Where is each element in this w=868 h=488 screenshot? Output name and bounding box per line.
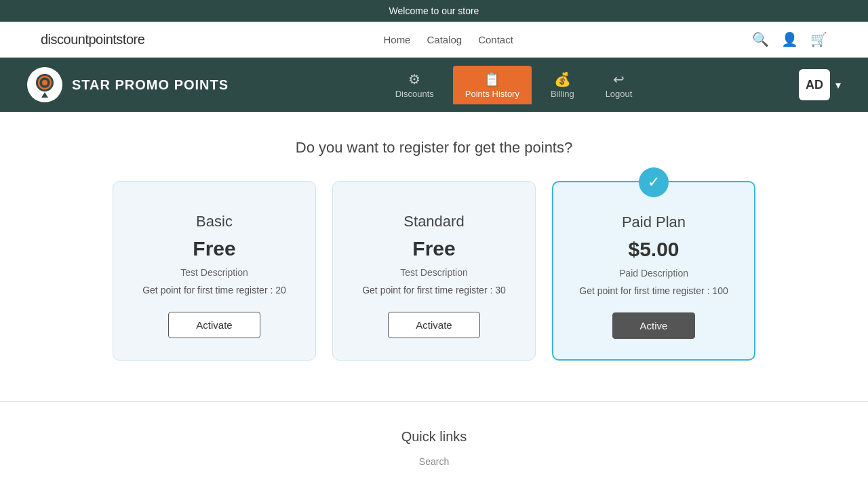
- chevron-down-icon[interactable]: ▾: [835, 79, 841, 92]
- nav-discounts-label: Discounts: [395, 89, 434, 99]
- activate-button-standard[interactable]: Activate: [388, 312, 479, 338]
- plan-name-basic: Basic: [196, 213, 233, 230]
- plan-price-paid: $5.00: [628, 238, 679, 261]
- nav-contact[interactable]: Contact: [478, 34, 513, 45]
- plan-card-paid: ✓ Paid Plan $5.00 Paid Description Get p…: [552, 181, 755, 361]
- app-bar: STAR PROMO POINTS ⚙ Discounts 📋 Points H…: [0, 58, 868, 112]
- search-icon[interactable]: 🔍: [752, 31, 769, 47]
- plan-points-basic: Get point for first time register : 20: [142, 285, 286, 296]
- search-link[interactable]: Search: [419, 456, 449, 467]
- billing-icon: 💰: [554, 71, 571, 87]
- plans-grid: Basic Free Test Description Get point fo…: [41, 181, 827, 361]
- nav-catalog[interactable]: Catalog: [427, 34, 462, 45]
- announcement-text: Welcome to our store: [389, 5, 479, 16]
- nav-home[interactable]: Home: [383, 34, 410, 45]
- plan-selected-check: ✓: [639, 167, 669, 197]
- activate-button-basic[interactable]: Activate: [168, 312, 260, 338]
- logout-icon: ↩: [613, 71, 625, 87]
- plan-name-standard: Standard: [403, 213, 464, 230]
- plan-desc-paid: Paid Description: [619, 268, 688, 279]
- svg-marker-3: [41, 92, 48, 98]
- svg-point-2: [42, 80, 47, 85]
- plan-desc-standard: Test Description: [400, 267, 468, 278]
- cart-icon[interactable]: 🛒: [810, 31, 827, 47]
- app-title: STAR PROMO POINTS: [72, 77, 229, 93]
- nav-discounts[interactable]: ⚙ Discounts: [383, 66, 446, 104]
- plan-price-basic: Free: [193, 237, 235, 260]
- active-button-paid[interactable]: Active: [612, 312, 696, 339]
- plan-points-standard: Get point for first time register : 30: [362, 285, 506, 296]
- announcement-bar: Welcome to our store: [0, 0, 868, 22]
- app-nav: ⚙ Discounts 📋 Points History 💰 Billing ↩…: [383, 66, 645, 104]
- plan-points-paid: Get point for first time register : 100: [579, 285, 728, 296]
- nav-points-history-label: Points History: [465, 89, 519, 99]
- section-title: Do you want to register for get the poin…: [41, 139, 827, 157]
- app-nav-right: AD ▾: [799, 69, 841, 100]
- nav-billing-label: Billing: [551, 89, 574, 99]
- app-logo: STAR PROMO POINTS: [27, 67, 229, 102]
- plan-name-paid: Paid Plan: [622, 214, 686, 231]
- points-history-icon: 📋: [484, 71, 500, 87]
- nav-points-history[interactable]: 📋 Points History: [453, 66, 532, 104]
- plan-card-standard: Standard Free Test Description Get point…: [332, 181, 536, 361]
- store-header: discountpointstore Home Catalog Contact …: [0, 22, 868, 58]
- store-nav: Home Catalog Contact: [383, 34, 513, 45]
- store-logo: discountpointstore: [41, 32, 144, 47]
- discounts-icon: ⚙: [408, 71, 420, 87]
- plan-desc-basic: Test Description: [180, 267, 248, 278]
- account-icon[interactable]: 👤: [781, 31, 798, 47]
- avatar-button[interactable]: AD: [799, 69, 830, 100]
- nav-billing[interactable]: 💰 Billing: [538, 66, 587, 104]
- nav-logout-label: Logout: [606, 89, 633, 99]
- main-content: Do you want to register for get the poin…: [0, 112, 868, 401]
- plan-price-standard: Free: [412, 237, 455, 260]
- plan-card-basic: Basic Free Test Description Get point fo…: [113, 181, 316, 361]
- app-logo-icon: [27, 67, 62, 102]
- quick-links-title: Quick links: [41, 429, 827, 445]
- store-header-icons: 🔍 👤 🛒: [752, 31, 827, 47]
- nav-logout[interactable]: ↩ Logout: [593, 66, 645, 104]
- footer: Quick links Search: [0, 402, 868, 488]
